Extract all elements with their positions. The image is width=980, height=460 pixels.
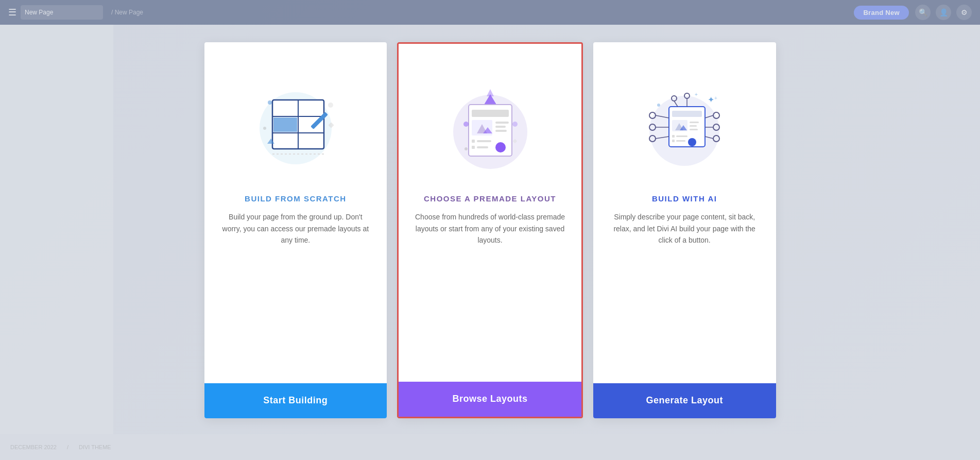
svg-point-10 <box>328 103 333 108</box>
card-ai-title: BUILD WITH AI <box>637 194 732 211</box>
modal-overlay: BUILD FROM SCRATCH Build your page from … <box>0 0 980 460</box>
svg-rect-41 <box>690 129 698 130</box>
svg-rect-24 <box>477 140 491 142</box>
svg-text:+: + <box>695 92 698 97</box>
svg-point-66 <box>657 104 660 107</box>
svg-rect-44 <box>672 140 675 142</box>
svg-point-30 <box>465 147 468 150</box>
svg-point-29 <box>512 122 518 127</box>
svg-rect-25 <box>472 146 475 149</box>
svg-point-11 <box>263 127 266 130</box>
card-build-with-ai: ✦ + + BUILD WITH AI Simply describe your… <box>593 42 776 418</box>
card-illustration-premade <box>399 44 581 195</box>
svg-rect-20 <box>495 122 509 124</box>
svg-point-7 <box>268 100 272 105</box>
svg-rect-26 <box>477 146 488 148</box>
card-ai-desc: Simply describe your page content, sit b… <box>593 211 776 261</box>
card-premade-desc: Choose from hundreds of world-class prem… <box>399 211 581 261</box>
card-illustration-scratch <box>204 42 387 195</box>
card-choose-premade: CHOOSE A PREMADE LAYOUT Choose from hund… <box>397 42 583 418</box>
svg-rect-21 <box>495 126 506 128</box>
svg-rect-42 <box>672 135 675 138</box>
cards-container: BUILD FROM SCRATCH Build your page from … <box>199 42 781 418</box>
svg-rect-39 <box>690 122 699 123</box>
svg-text:✦: ✦ <box>708 95 714 104</box>
svg-marker-32 <box>487 89 494 96</box>
card-illustration-ai: ✦ + + <box>593 42 776 195</box>
svg-point-27 <box>495 142 506 152</box>
svg-rect-43 <box>676 135 687 137</box>
svg-rect-35 <box>672 111 702 117</box>
svg-rect-5 <box>273 117 297 132</box>
card-premade-title: CHOOSE A PREMADE LAYOUT <box>408 194 572 211</box>
card-scratch-title: BUILD FROM SCRATCH <box>229 194 362 211</box>
svg-rect-23 <box>472 140 475 143</box>
svg-rect-22 <box>495 130 507 132</box>
svg-text:+: + <box>714 95 717 101</box>
card-build-from-scratch: BUILD FROM SCRATCH Build your page from … <box>204 42 387 418</box>
start-building-button[interactable]: Start Building <box>204 383 387 418</box>
browse-layouts-button[interactable]: Browse Layouts <box>399 382 581 417</box>
svg-point-28 <box>463 122 469 127</box>
svg-rect-16 <box>472 110 509 117</box>
svg-rect-45 <box>676 140 685 142</box>
generate-layout-button[interactable]: Generate Layout <box>593 383 776 418</box>
svg-rect-40 <box>690 125 697 127</box>
svg-point-46 <box>688 138 696 146</box>
card-scratch-desc: Build your page from the ground up. Don'… <box>204 211 387 261</box>
